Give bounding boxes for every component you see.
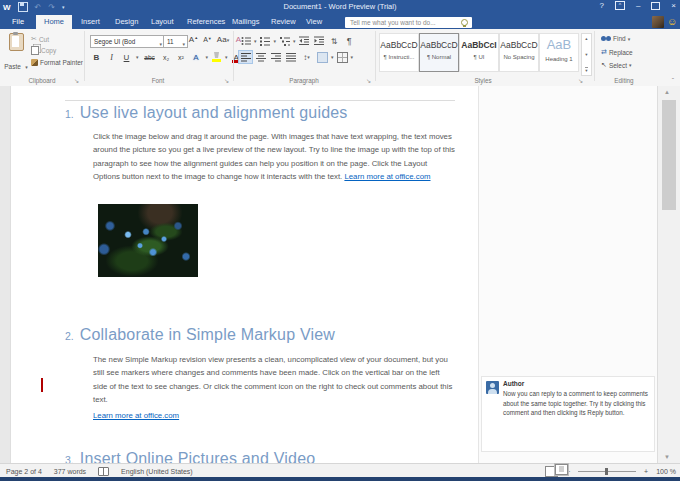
tell-me-input[interactable]: Tell me what you want to do... (345, 17, 472, 28)
clipboard-dialog-launcher-icon[interactable]: ↘ (74, 77, 79, 84)
highlight-caret-icon[interactable]: ▾ (225, 54, 228, 60)
flower-image[interactable] (98, 204, 198, 277)
heading-3: 3. Insert Online Pictures and Video (65, 450, 315, 463)
sort-button[interactable]: ⇅ (328, 35, 341, 47)
shading-button[interactable] (316, 51, 329, 63)
paste-button[interactable]: Paste ▾ (4, 33, 28, 73)
superscript-button[interactable]: x² (176, 54, 187, 61)
close-button[interactable]: × (671, 1, 676, 10)
ribbon: Paste ▾ ✂ Cut Copy Format Painter Clipbo… (0, 29, 680, 87)
change-case-button[interactable]: Aa▾ (216, 35, 230, 44)
replace-button[interactable]: ⇄ Replace (601, 48, 633, 56)
tab-home[interactable]: Home (36, 15, 72, 29)
learn-more-link-2[interactable]: Learn more at office.com (93, 411, 179, 420)
increase-indent-button[interactable] (313, 35, 326, 47)
multilevel-caret-icon[interactable]: ▾ (293, 38, 296, 44)
justify-button[interactable] (284, 51, 297, 63)
status-bar: Page 2 of 4 377 words English (United St… (0, 463, 680, 478)
cut-button[interactable]: ✂ Cut (31, 35, 49, 43)
zoom-in-button[interactable]: + (644, 468, 648, 475)
word-count[interactable]: 377 words (54, 468, 86, 475)
bullets-button[interactable] (239, 35, 252, 47)
style-heading1[interactable]: AaB Heading 1 (539, 33, 579, 72)
numbering-button[interactable] (259, 35, 272, 47)
paragraph-dialog-launcher-icon[interactable]: ↘ (366, 77, 371, 84)
tab-mailings[interactable]: Mailings (224, 15, 268, 29)
shading-caret-icon[interactable]: ▾ (331, 54, 334, 60)
minimize-button[interactable]: – (636, 1, 640, 10)
style-normal[interactable]: AaBbCcD ¶ Normal (419, 33, 459, 72)
zoom-level[interactable]: 100 % (656, 468, 676, 475)
select-button[interactable]: ↖ Select ▾ (601, 61, 631, 69)
tab-file[interactable]: File (0, 15, 36, 29)
text-effects-button[interactable]: A (191, 53, 202, 62)
grow-font-button[interactable]: A▲ (188, 35, 199, 44)
show-marks-button[interactable]: ¶ (343, 35, 356, 47)
scroll-up-icon[interactable]: ▲ (664, 89, 670, 95)
subscript-button[interactable]: x₂ (161, 54, 172, 61)
font-dialog-launcher-icon[interactable]: ↘ (224, 77, 229, 84)
help-button[interactable]: ? (599, 1, 603, 10)
document-page[interactable]: 1. Use live layout and alignment guides … (10, 86, 479, 463)
align-center-button[interactable] (254, 51, 267, 63)
scrollbar-thumb[interactable] (662, 100, 676, 210)
zoom-slider[interactable] (578, 467, 636, 476)
style-no-spacing[interactable]: AaBbCcD No Spacing (499, 33, 539, 72)
user-avatar[interactable] (652, 16, 664, 28)
learn-more-link-1[interactable]: Learn more at office.com (344, 172, 430, 181)
shading-icon (317, 52, 328, 63)
paste-dropdown-icon[interactable]: ▾ (25, 64, 28, 70)
underline-button[interactable]: U (121, 53, 132, 62)
vertical-scrollbar[interactable]: ▲ ▼ (657, 86, 680, 463)
font-size-select[interactable]: 11 ▾ (163, 35, 188, 48)
borders-button[interactable] (336, 51, 349, 63)
tracked-change-bar[interactable] (41, 378, 43, 392)
zoom-slider-thumb[interactable] (605, 468, 608, 475)
web-layout-button[interactable] (555, 464, 568, 475)
line-spacing-button[interactable]: ↕▾ (299, 51, 314, 63)
styles-dialog-launcher-icon[interactable]: ↘ (578, 77, 583, 84)
language-indicator[interactable]: English (United States) (121, 468, 193, 475)
tab-view[interactable]: View (298, 15, 330, 29)
styles-more-icon[interactable]: ▾ (585, 67, 587, 73)
editing-group-label: Editing (596, 77, 652, 84)
page-indicator[interactable]: Page 2 of 4 (6, 468, 42, 475)
proofing-icon[interactable] (98, 467, 109, 476)
styles-scroll-up-icon[interactable]: ▴ (585, 36, 587, 41)
decrease-indent-button[interactable] (298, 35, 311, 47)
comment-author: Author (503, 380, 524, 387)
align-left-button[interactable] (239, 51, 252, 63)
copy-button[interactable]: Copy (31, 46, 56, 55)
italic-button[interactable]: I (106, 53, 117, 62)
find-button[interactable]: Find ▾ (601, 35, 630, 42)
font-name-select[interactable]: Segoe UI (Bod ▾ (90, 35, 165, 48)
highlight-color-button[interactable] (212, 52, 221, 62)
heading-1-number: 1. (65, 108, 74, 120)
numbering-caret-icon[interactable]: ▾ (274, 38, 277, 44)
collapse-ribbon-icon[interactable]: ˆ (672, 77, 674, 84)
bold-button[interactable]: B (91, 53, 102, 62)
ribbon-display-options-icon[interactable]: ^ (615, 1, 625, 10)
align-right-button[interactable] (269, 51, 282, 63)
styles-scroll-down-icon[interactable]: ▾ (585, 52, 587, 57)
style-instruction[interactable]: AaBbCcD ¶ Instructi... (379, 33, 419, 72)
feedback-smiley-icon[interactable]: ☺ (667, 16, 677, 28)
tab-layout[interactable]: Layout (143, 15, 182, 29)
styles-gallery-scroll[interactable]: ▴ ▾ ▾ (581, 33, 592, 76)
scroll-down-icon[interactable]: ▼ (664, 454, 670, 460)
strikethrough-button[interactable]: abc (143, 54, 157, 61)
underline-caret-icon[interactable]: ▾ (136, 54, 139, 60)
multilevel-list-button[interactable] (278, 35, 291, 47)
shrink-font-button[interactable]: A▼ (202, 36, 213, 43)
format-painter-button[interactable]: Format Painter (31, 59, 83, 66)
comment-card[interactable]: Author Now you can reply to a comment to… (481, 376, 655, 452)
borders-caret-icon[interactable]: ▾ (351, 54, 354, 60)
style-ui[interactable]: AaBbCcI ¶ UI (459, 33, 499, 72)
bullets-caret-icon[interactable]: ▾ (254, 38, 257, 44)
tab-design[interactable]: Design (107, 15, 146, 29)
copy-label: Copy (41, 47, 56, 54)
select-caret-icon: ▾ (629, 62, 632, 68)
text-effects-caret-icon[interactable]: ▾ (206, 54, 209, 60)
tab-insert[interactable]: Insert (73, 15, 108, 29)
restore-button[interactable] (651, 2, 660, 10)
